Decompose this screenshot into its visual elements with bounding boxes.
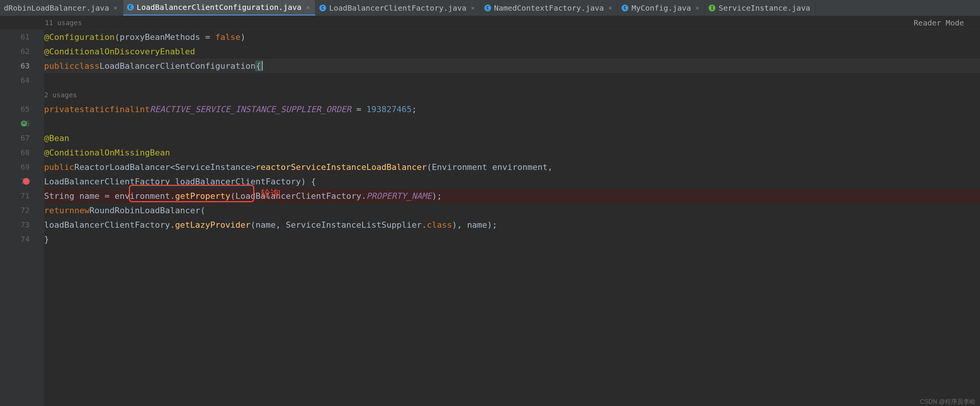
usages-hint[interactable]: 11 usages <box>45 19 82 27</box>
svg-point-0 <box>21 121 27 127</box>
editor-tab-bar: dRobinLoadBalancer.java ✕ LoadBalancerCl… <box>0 0 980 16</box>
line-gutter[interactable]: 61 62 63 64 65 66 67 68 69 70 71 72 73 7… <box>0 30 37 406</box>
editor-info-bar: 11 usages Reader Mode <box>0 16 980 30</box>
code-editor[interactable]: 61 62 63 64 65 66 67 68 69 70 71 72 73 7… <box>0 30 980 406</box>
code-line-current[interactable]: public class LoadBalancerClientConfigura… <box>44 59 980 73</box>
annotation: @Bean <box>44 134 69 143</box>
code-line[interactable]: private static final int REACTIVE_SERVIC… <box>44 102 980 116</box>
line-number[interactable]: 63 <box>0 59 30 73</box>
class-file-icon <box>127 4 134 11</box>
code-line[interactable]: public ReactorLoadBalancer<ServiceInstan… <box>44 160 980 174</box>
close-icon[interactable]: ✕ <box>114 4 118 11</box>
tab-label: NamedContextFactory.java <box>494 3 604 13</box>
tab-label: LoadBalancerClientFactory.java <box>329 3 466 13</box>
editor-tab[interactable]: ServiceInstance.java <box>705 0 816 16</box>
line-number[interactable]: 67 <box>0 131 30 145</box>
override-gutter-icon[interactable] <box>21 120 27 127</box>
tab-label: MyConfig.java <box>632 3 691 13</box>
reader-mode-toggle[interactable]: Reader Mode <box>914 18 973 27</box>
line-number[interactable]: 69 <box>0 160 30 174</box>
tab-label: LoadBalancerClientConfiguration.java <box>137 3 301 12</box>
breakpoint-icon[interactable] <box>23 178 30 185</box>
inline-usage-hint[interactable]: 2 usages <box>44 88 980 102</box>
editor-tab[interactable]: NamedContextFactory.java ✕ <box>480 0 618 16</box>
editor-tab[interactable]: LoadBalancerClientFactory.java ✕ <box>315 0 480 16</box>
interface-file-icon <box>709 5 716 11</box>
code-line[interactable]: LoadBalancerClientFactory loadBalancerCl… <box>44 174 980 189</box>
line-number[interactable]: 68 <box>0 145 30 160</box>
tab-label: ServiceInstance.java <box>719 3 810 13</box>
editor-tab[interactable]: dRobinLoadBalancer.java ✕ <box>0 0 123 16</box>
code-line[interactable]: } <box>44 232 980 246</box>
line-number[interactable]: 62 <box>0 44 30 59</box>
code-line-breakpoint[interactable]: String name = environment.getProperty(Lo… <box>44 189 980 203</box>
class-file-icon <box>319 5 326 11</box>
code-line[interactable]: @Configuration(proxyBeanMethods = false) <box>44 30 980 44</box>
code-content[interactable]: @Configuration(proxyBeanMethods = false)… <box>37 30 980 406</box>
code-line[interactable]: loadBalancerClientFactory.getLazyProvide… <box>44 217 980 232</box>
editor-tab[interactable]: LoadBalancerClientConfiguration.java ✕ <box>123 0 315 16</box>
line-number[interactable]: 65 <box>0 102 30 116</box>
user-annotation-text: 轮询 <box>261 187 280 201</box>
line-number[interactable]: 72 <box>0 203 30 217</box>
close-icon[interactable]: ✕ <box>471 4 475 11</box>
line-number[interactable]: 73 <box>0 217 30 232</box>
line-number[interactable]: 74 <box>0 232 30 246</box>
close-icon[interactable]: ✕ <box>306 4 310 11</box>
code-line[interactable] <box>44 73 980 88</box>
close-icon[interactable]: ✕ <box>696 4 700 11</box>
line-number[interactable]: 64 <box>0 73 30 88</box>
code-line[interactable]: @Bean <box>44 131 980 145</box>
watermark-text: CSDN @程序员李哈 <box>920 398 975 406</box>
annotation: @Configuration <box>44 32 115 42</box>
tab-label: dRobinLoadBalancer.java <box>4 3 109 13</box>
code-line[interactable] <box>44 116 980 131</box>
line-number[interactable]: 71 <box>0 189 30 203</box>
code-line[interactable]: return new RoundRobinLoadBalancer( <box>44 203 980 217</box>
annotation: @ConditionalOnDiscoveryEnabled <box>44 47 195 56</box>
close-icon[interactable]: ✕ <box>609 4 612 11</box>
text-caret <box>262 61 262 71</box>
editor-tab[interactable]: MyConfig.java ✕ <box>618 0 705 16</box>
usage-hint-gap <box>0 88 30 102</box>
line-number[interactable]: 61 <box>0 30 30 44</box>
annotation: @ConditionalOnMissingBean <box>44 148 170 158</box>
code-line[interactable]: @ConditionalOnDiscoveryEnabled <box>44 44 980 59</box>
class-file-icon <box>622 5 628 11</box>
code-line[interactable]: @ConditionalOnMissingBean <box>44 145 980 160</box>
class-file-icon <box>484 5 491 11</box>
open-brace: { <box>255 61 261 71</box>
